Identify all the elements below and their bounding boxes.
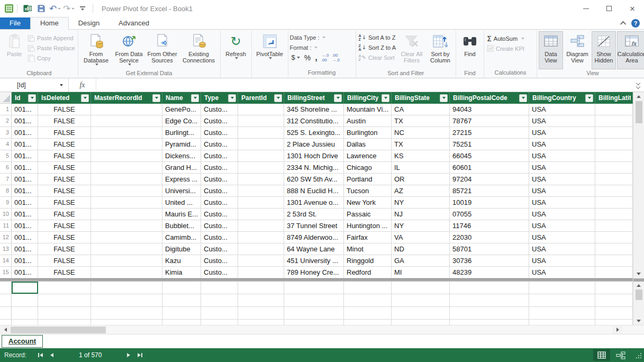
clear-sort-button[interactable]: AZ✎ Clear Sort <box>358 52 397 62</box>
calc-cell[interactable] <box>284 282 344 294</box>
table-cell[interactable]: 312 Constitutio... <box>284 115 344 126</box>
table-cell[interactable]: 001... <box>12 232 38 243</box>
table-cell[interactable]: FALSE <box>38 174 91 185</box>
table-cell[interactable]: 620 SW 5th Av... <box>284 174 344 185</box>
calc-cell[interactable] <box>392 282 450 294</box>
table-cell[interactable]: Camimb... <box>162 232 201 243</box>
table-cell[interactable]: 001... <box>12 139 38 150</box>
row-number[interactable]: 10 <box>0 209 12 220</box>
calc-scroll-down-button[interactable] <box>633 317 644 325</box>
calc-cell[interactable] <box>91 294 162 306</box>
calc-cell[interactable] <box>201 294 238 306</box>
tab-design[interactable]: Design <box>69 17 109 29</box>
calc-cell[interactable] <box>284 294 344 306</box>
table-cell[interactable]: 11746 <box>450 220 529 231</box>
table-cell[interactable]: Express ... <box>162 174 201 185</box>
table-cell[interactable]: 001... <box>12 243 38 255</box>
table-cell[interactable]: USA <box>529 150 595 161</box>
table-cell[interactable] <box>238 150 284 161</box>
column-header[interactable]: MasterRecordId <box>91 92 162 104</box>
find-button[interactable]: Find <box>458 31 482 69</box>
scrollbar-thumb[interactable] <box>11 327 106 333</box>
row-number[interactable]: 3 <box>0 127 12 138</box>
table-cell[interactable]: 001... <box>12 174 38 185</box>
table-cell[interactable]: TX <box>392 115 450 126</box>
calc-cell[interactable] <box>344 320 392 325</box>
close-button[interactable]: × <box>621 0 644 17</box>
copy-button[interactable]: Copy <box>26 53 76 63</box>
column-header[interactable]: BillingStreet <box>284 92 344 104</box>
filter-button[interactable] <box>274 94 282 102</box>
table-cell[interactable]: United ... <box>162 197 201 208</box>
table-cell[interactable]: 001... <box>12 150 38 161</box>
calc-cell[interactable] <box>344 282 392 294</box>
table-cell[interactable]: Pyramid... <box>162 139 201 150</box>
row-number[interactable]: 2 <box>0 115 12 126</box>
filter-button[interactable] <box>28 94 36 102</box>
table-cell[interactable]: 001... <box>12 185 38 196</box>
table-cell[interactable]: Dickens... <box>162 150 201 161</box>
calc-cell[interactable] <box>238 320 284 325</box>
next-record-button[interactable] <box>127 351 130 359</box>
help-button[interactable]: ? <box>631 19 640 28</box>
show-hidden-button[interactable]: Show Hidden <box>592 31 616 69</box>
tab-advanced[interactable]: Advanced <box>109 17 159 29</box>
scrollbar-thumb[interactable] <box>636 101 642 123</box>
table-cell[interactable]: USA <box>529 115 595 126</box>
calc-cell[interactable] <box>162 307 201 319</box>
pivottable-button[interactable]: PivotTable <box>253 31 286 69</box>
row-number[interactable]: 6 <box>0 162 12 173</box>
table-cell[interactable]: Austin <box>344 115 392 126</box>
table-cell[interactable]: 001... <box>12 197 38 208</box>
collapse-ribbon-icon[interactable] <box>620 21 626 27</box>
table-cell[interactable] <box>238 174 284 185</box>
table-cell[interactable]: AZ <box>392 185 450 196</box>
table-cell[interactable]: Custo... <box>201 232 238 243</box>
table-cell[interactable]: Tucson <box>344 185 392 196</box>
table-cell[interactable]: 37 Tunnel Street <box>284 220 344 231</box>
calc-cell[interactable] <box>238 307 284 319</box>
table-cell[interactable]: USA <box>529 185 595 196</box>
column-header[interactable]: Name <box>162 92 201 104</box>
table-cell[interactable]: 001... <box>12 209 38 220</box>
diagram-view-toggle[interactable] <box>612 349 629 361</box>
table-cell[interactable]: Bubblet... <box>162 220 201 231</box>
table-cell[interactable]: Custo... <box>201 197 238 208</box>
redo-button[interactable]: ↷ <box>62 2 76 15</box>
calc-cell[interactable] <box>91 282 162 294</box>
sort-by-column-button[interactable]: Sort by Column <box>427 31 454 69</box>
table-cell[interactable] <box>91 115 162 126</box>
formula-input[interactable] <box>96 78 632 92</box>
table-cell[interactable] <box>595 104 633 115</box>
excel-window-icon[interactable]: X <box>21 2 34 15</box>
table-cell[interactable]: Custo... <box>201 209 238 220</box>
calc-cell[interactable] <box>238 282 284 294</box>
table-cell[interactable]: USA <box>529 255 595 266</box>
column-header[interactable]: ParentId <box>238 92 284 104</box>
table-cell[interactable] <box>91 139 162 150</box>
table-cell[interactable] <box>238 267 284 278</box>
table-cell[interactable] <box>91 174 162 185</box>
calc-cell[interactable] <box>162 294 201 306</box>
sheet-tab-account[interactable]: Account <box>2 335 43 348</box>
undo-button[interactable]: ↶ <box>48 2 62 15</box>
decrease-decimal-button[interactable]: .00 →.0 <box>331 53 341 62</box>
table-cell[interactable] <box>238 220 284 231</box>
table-cell[interactable]: IL <box>392 162 450 173</box>
calc-cell[interactable] <box>344 294 392 306</box>
table-cell[interactable]: Custo... <box>201 150 238 161</box>
first-record-button[interactable] <box>38 351 43 359</box>
data-view-button[interactable]: Data View <box>539 31 563 69</box>
table-cell[interactable]: FALSE <box>38 232 91 243</box>
table-cell[interactable]: 2 53rd St. <box>284 209 344 220</box>
table-cell[interactable] <box>238 209 284 220</box>
paste-replace-button[interactable]: Paste Replace <box>26 43 76 53</box>
table-cell[interactable] <box>595 232 633 243</box>
calc-cell[interactable] <box>12 307 38 319</box>
table-cell[interactable]: KS <box>392 150 450 161</box>
table-cell[interactable]: 1301 Avenue o... <box>284 197 344 208</box>
table-cell[interactable]: USA <box>529 104 595 115</box>
table-cell[interactable]: USA <box>529 267 595 278</box>
table-cell[interactable]: Mountain Vi... <box>344 104 392 115</box>
resize-grip[interactable] <box>634 351 642 359</box>
